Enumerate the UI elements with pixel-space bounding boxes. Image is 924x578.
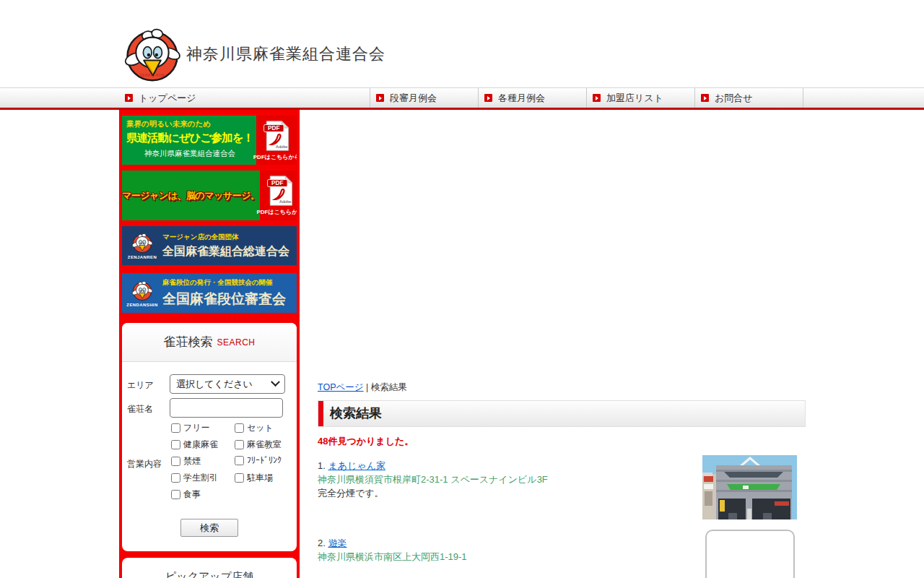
checkbox-no-smoking-input[interactable]	[171, 457, 180, 466]
checkbox-label: セット	[247, 422, 274, 434]
result-name-link[interactable]: 遊楽	[328, 538, 346, 548]
business-content-label: 営業内容	[127, 458, 162, 470]
red-arrow-icon	[701, 94, 709, 102]
nav-item-label: トップページ	[139, 92, 196, 105]
pickup-stores-title: ピックアップ店舗	[165, 570, 253, 578]
checkbox-set[interactable]: セット	[235, 422, 274, 434]
breadcrumb: TOPページ | 検索結果	[318, 381, 806, 394]
sidebar: 業界の明るい未来のため 県連活動にぜひご参加を！ 神奈川県麻雀業組合連合会 PD…	[119, 110, 300, 578]
nav-item-label: 加盟店リスト	[606, 92, 663, 105]
bird-mascot-icon	[131, 232, 154, 254]
banner-line: 業界の明るい未来のため	[126, 119, 253, 129]
result-count: 48件見つかりました。	[318, 435, 806, 448]
breadcrumb-separator: |	[364, 382, 371, 392]
search-box-title: 雀荘検索	[163, 334, 212, 350]
nav-item-contact[interactable]: お問合せ	[695, 88, 803, 108]
red-arrow-icon	[593, 94, 601, 102]
pdf-link-label: PDFはこちらから	[256, 208, 297, 216]
result-photo-placeholder	[705, 530, 795, 578]
checkbox-student-discount[interactable]: 学生割引	[171, 472, 218, 484]
checkbox-label: 麻雀教室	[247, 439, 282, 451]
banner-line: マージャンは、脳のマッサージ。	[122, 189, 260, 202]
site-logo[interactable]: TENPAI-KUN	[121, 25, 183, 85]
parlor-name-input[interactable]	[170, 398, 283, 418]
area-select[interactable]: 選択してください	[170, 374, 285, 394]
banner-brain-massage[interactable]: マージャンは、脳のマッサージ。 PDFはこちらから	[122, 171, 297, 220]
checkbox-mahjong-class[interactable]: 麻雀教室	[235, 439, 282, 451]
checkbox-healthy-mahjong[interactable]: 健康麻雀	[171, 439, 218, 451]
checkbox-label: 健康麻雀	[183, 439, 218, 451]
logo-caption: TENPAI-KUN	[121, 73, 183, 77]
pdf-link-label: PDFはこちらから	[253, 153, 297, 161]
checkbox-free-drink[interactable]: ﾌﾘｰﾄﾞﾘﾝｸ	[235, 455, 282, 465]
red-arrow-icon	[484, 94, 492, 102]
result-number: 1.	[318, 460, 328, 471]
nav-item-label: 各種月例会	[498, 92, 545, 105]
checkbox-mahjong-class-input[interactable]	[235, 440, 244, 449]
pdf-file-icon	[266, 175, 294, 207]
page-title: 検索結果	[318, 401, 805, 426]
breadcrumb-current: 検索結果	[371, 382, 407, 392]
breadcrumb-top-link[interactable]: TOPページ	[318, 382, 364, 392]
checkbox-student-discount-input[interactable]	[171, 473, 180, 483]
result-name-link[interactable]: まあじゃん家	[328, 460, 385, 471]
nav-item-member-stores[interactable]: 加盟店リスト	[587, 88, 695, 108]
banner-text-area: 業界の明るい未来のため 県連活動にぜひご参加を！ 神奈川県麻雀業組合連合会	[122, 116, 256, 165]
checkbox-free-drink-input[interactable]	[235, 456, 244, 465]
nav-item-label: 段審月例会	[390, 92, 437, 105]
banner-line: 麻雀段位の発行・全国競技会の開催	[162, 278, 294, 288]
parlor-search-box: 雀荘検索 SEARCH エリア 選択してください 雀荘名 営業内容 フリー セッ…	[122, 323, 297, 551]
search-box-header: 雀荘検索 SEARCH	[122, 323, 297, 362]
result-storefront-photo	[702, 455, 797, 519]
banner-text-area: マージャン店の全国団体 全国麻雀業組合総連合会	[160, 233, 294, 259]
banner-text-area: 麻雀段位の発行・全国競技会の開催 全国麻雀段位審査会	[160, 278, 294, 309]
nav-item-various-monthly[interactable]: 各種月例会	[479, 88, 587, 108]
parlor-name-label: 雀荘名	[127, 403, 153, 415]
checkbox-free-input[interactable]	[171, 423, 180, 433]
checkbox-label: 食事	[183, 488, 201, 501]
banner-zenjanren[interactable]: ZENJANREN マージャン店の全国団体 全国麻雀業組合総連合会	[122, 226, 297, 265]
checkbox-label: 禁煙	[183, 455, 201, 467]
bird-mascot-icon	[131, 280, 154, 302]
checkbox-set-input[interactable]	[235, 423, 244, 433]
banner-text-area: マージャンは、脳のマッサージ。	[122, 171, 260, 220]
main-nav: トップページ 段審月例会 各種月例会 加盟店リスト お問合せ	[0, 87, 924, 110]
red-arrow-icon	[125, 94, 133, 102]
checkbox-label: 学生割引	[183, 472, 218, 484]
nav-item-label: お問合せ	[715, 92, 753, 105]
nav-item-top-page[interactable]: トップページ	[119, 88, 370, 108]
nav-item-danshin-monthly[interactable]: 段審月例会	[370, 88, 479, 108]
banner-logo-caption: ZENDANSHIN	[126, 303, 157, 307]
search-box-title-en: SEARCH	[217, 337, 255, 348]
banner-line: マージャン店の全国団体	[162, 233, 294, 242]
banner-line: 県連活動にぜひご参加を！	[126, 131, 253, 146]
section-header: 検索結果	[318, 400, 806, 427]
main-content: TOPページ | 検索結果 検索結果 48件見つかりました。 1. まあじゃん家…	[318, 381, 806, 564]
site-header: TENPAI-KUN 神奈川県麻雀業組合連合会	[0, 0, 924, 87]
checkbox-label: ﾌﾘｰﾄﾞﾘﾝｸ	[247, 455, 282, 465]
section-header-red-bar	[318, 401, 323, 426]
pdf-download-area[interactable]: PDFはこちらから	[256, 116, 297, 165]
pdf-file-icon	[263, 120, 290, 152]
building-photo-image	[702, 455, 797, 519]
pickup-stores-box: ピックアップ店舗	[122, 558, 297, 578]
banner-kenren-activity[interactable]: 業界の明るい未来のため 県連活動にぜひご参加を！ 神奈川県麻雀業組合連合会 PD…	[122, 116, 297, 165]
search-button[interactable]: 検索	[180, 519, 238, 537]
checkbox-no-smoking[interactable]: 禁煙	[171, 455, 201, 467]
banner-zendanshin[interactable]: ZENDANSHIN 麻雀段位の発行・全国競技会の開催 全国麻雀段位審査会	[122, 273, 297, 313]
checkbox-healthy-mahjong-input[interactable]	[171, 440, 180, 449]
site-title: 神奈川県麻雀業組合連合会	[186, 43, 385, 65]
checkbox-parking-input[interactable]	[235, 473, 244, 483]
banner-line: 全国麻雀段位審査会	[162, 290, 294, 309]
pdf-download-area[interactable]: PDFはこちらから	[260, 171, 297, 220]
checkbox-meals-input[interactable]	[171, 490, 180, 499]
banner-line: 全国麻雀業組合総連合会	[162, 244, 294, 259]
chevron-down-icon	[271, 377, 280, 387]
banner-logo: ZENDANSHIN	[125, 280, 160, 307]
checkbox-parking[interactable]: 駐車場	[235, 472, 273, 484]
red-arrow-icon	[376, 94, 384, 102]
banner-logo: ZENJANREN	[125, 232, 160, 259]
area-select-value: 選択してください	[176, 378, 272, 391]
checkbox-meals[interactable]: 食事	[171, 488, 201, 501]
checkbox-free[interactable]: フリー	[171, 422, 210, 434]
